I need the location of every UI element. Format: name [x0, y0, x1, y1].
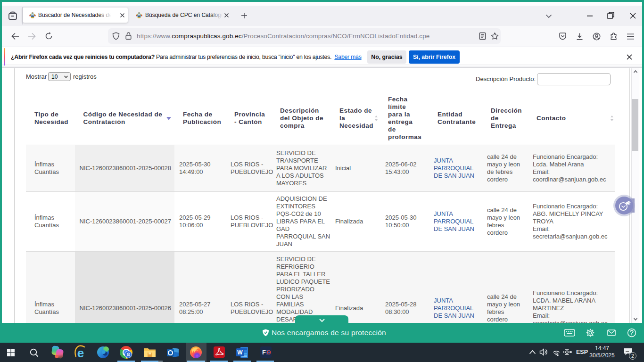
svg-text:W: W: [237, 349, 243, 356]
svg-text:F: F: [262, 349, 266, 356]
svg-text:e: e: [77, 346, 84, 360]
